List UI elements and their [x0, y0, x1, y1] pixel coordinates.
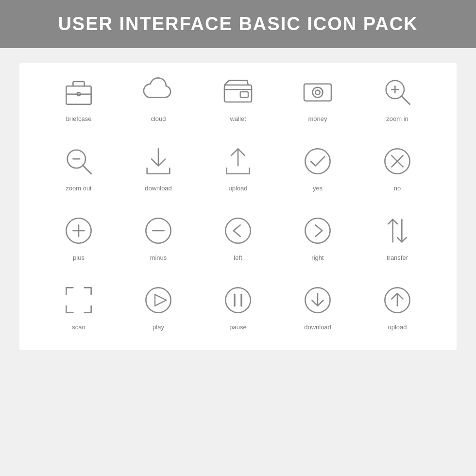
svg-marker-31	[155, 294, 166, 306]
left-label: left	[234, 254, 242, 261]
yes-icon	[298, 142, 337, 181]
zoom-out-label: zoom out	[66, 185, 91, 192]
play-label: play	[153, 323, 164, 331]
icon-item-pause: pause	[204, 281, 272, 331]
icon-item-right: right	[284, 211, 352, 261]
svg-rect-4	[240, 92, 248, 98]
svg-point-26	[225, 218, 250, 243]
scan-icon	[59, 281, 98, 320]
icon-item-cloud: cloud	[124, 72, 192, 122]
svg-point-32	[225, 288, 250, 312]
upload-tray-icon	[219, 142, 257, 181]
right-label: right	[311, 254, 323, 261]
download-circle-label: download	[304, 323, 331, 331]
icon-row-1: briefcase cloud wallet	[39, 72, 437, 122]
svg-point-30	[146, 288, 170, 312]
svg-line-9	[401, 96, 410, 104]
cloud-label: cloud	[151, 115, 166, 122]
svg-point-6	[313, 87, 323, 98]
header: USER INTERFACE BASIC ICON PACK	[0, 0, 476, 48]
icon-item-scan: scan	[45, 281, 113, 331]
plus-label: plus	[73, 254, 85, 261]
briefcase-icon	[59, 72, 98, 111]
icon-item-wallet: wallet	[204, 72, 272, 122]
icon-item-upload-tray: upload	[204, 142, 272, 192]
icon-row-4: scan play pause	[39, 281, 437, 331]
zoom-in-icon	[378, 72, 417, 111]
svg-rect-3	[224, 85, 252, 102]
cloud-icon	[139, 72, 178, 111]
scan-label: scan	[72, 323, 85, 331]
wallet-label: wallet	[230, 115, 246, 122]
icon-item-no: no	[363, 142, 431, 192]
wallet-icon	[219, 72, 257, 111]
upload-tray-label: upload	[228, 185, 247, 192]
icon-item-yes: yes	[284, 142, 352, 192]
icon-item-transfer: transfer	[363, 211, 431, 261]
money-icon	[298, 72, 337, 111]
icon-item-money: money	[284, 72, 352, 122]
zoom-in-label: zoom in	[386, 115, 408, 122]
minus-icon	[139, 211, 178, 250]
svg-line-13	[83, 165, 91, 174]
icon-row-3: plus minus left	[39, 211, 437, 261]
icon-item-play: play	[124, 281, 192, 331]
zoom-out-icon	[59, 142, 98, 181]
svg-point-7	[315, 90, 320, 95]
money-label: money	[308, 115, 327, 122]
download-circle-icon	[298, 281, 337, 320]
icon-row-2: zoom out download upload	[39, 142, 437, 192]
left-icon	[219, 211, 257, 250]
icon-item-zoom-in: zoom in	[363, 72, 431, 122]
download-tray-label: download	[145, 185, 172, 192]
icon-item-download-tray: download	[124, 142, 192, 192]
icon-item-minus: minus	[124, 211, 192, 261]
transfer-label: transfer	[387, 254, 408, 261]
svg-rect-5	[304, 84, 331, 101]
right-icon	[298, 211, 337, 250]
icon-grid: briefcase cloud wallet	[19, 63, 457, 350]
download-tray-icon	[139, 142, 178, 181]
pause-icon	[219, 281, 257, 320]
minus-label: minus	[150, 254, 167, 261]
icon-item-left: left	[204, 211, 272, 261]
upload-circle-icon	[378, 281, 417, 320]
icon-item-zoom-out: zoom out	[45, 142, 113, 192]
icon-item-briefcase: briefcase	[45, 72, 113, 122]
icon-item-plus: plus	[45, 211, 113, 261]
no-icon	[378, 142, 417, 181]
no-label: no	[394, 185, 401, 192]
svg-point-17	[305, 149, 330, 173]
yes-label: yes	[313, 185, 323, 192]
page-title: USER INTERFACE BASIC ICON PACK	[0, 14, 476, 34]
icon-item-upload-circle: upload	[363, 281, 431, 331]
plus-icon	[59, 211, 98, 250]
upload-circle-label: upload	[388, 323, 407, 331]
icon-item-download-circle: download	[284, 281, 352, 331]
pause-label: pause	[229, 323, 246, 331]
svg-point-27	[305, 218, 330, 243]
transfer-icon	[378, 211, 417, 250]
briefcase-label: briefcase	[66, 115, 92, 122]
play-icon	[139, 281, 178, 320]
